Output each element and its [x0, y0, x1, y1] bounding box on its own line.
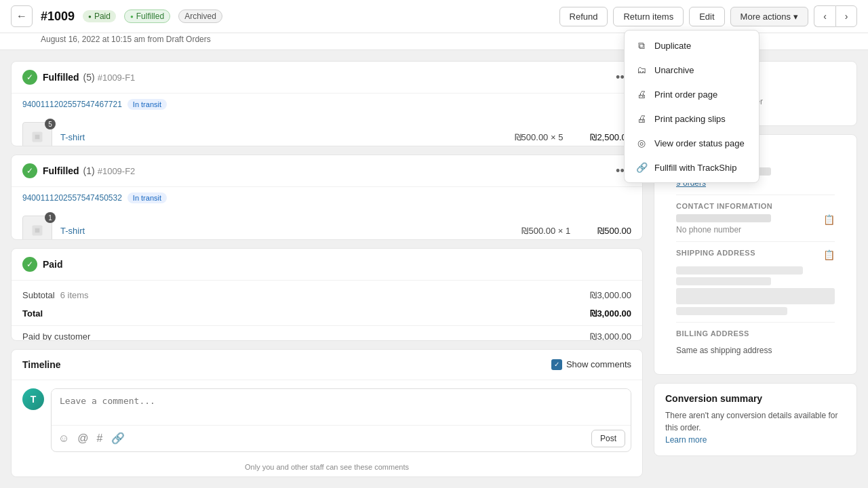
nav-prev-button[interactable]: ‹ — [814, 5, 835, 27]
total-row: Total ₪3,000.00 — [12, 304, 642, 323]
fulfilled-2-tracking-link[interactable]: 9400111202557547450532 — [22, 193, 122, 203]
conversion-text: There aren't any conversion details avai… — [665, 409, 846, 446]
fulfilled-1-item-price: ₪500.00 × 5 — [515, 132, 564, 142]
paid-card: ✓ Paid Subtotal 6 items ₪3,000.00 Total … — [11, 248, 643, 341]
paid-header: ✓ Paid — [12, 249, 642, 281]
fulfilled-1-tracking-link[interactable]: 9400111202557547467721 — [22, 100, 122, 109]
fulfilled-card-1: ✓ Fulfilled (5) #1009-F1 ••• 94001112025… — [11, 61, 643, 146]
show-comments-checkbox[interactable]: ✓ — [551, 359, 562, 370]
duplicate-icon: ⧉ — [635, 39, 648, 52]
contact-email-blur — [676, 214, 771, 222]
header-actions: Refund Return items Edit More actions ▾ … — [559, 5, 857, 27]
fulfilled-1-check-icon: ✓ — [22, 70, 37, 85]
fulfilled-1-item-row: 5 T-shirt ₪500.00 × 5 ₪2,500.00 — [12, 115, 642, 146]
emoji-icon[interactable]: ☺ — [57, 431, 71, 446]
trackship-icon: 🔗 — [635, 161, 648, 174]
comment-box: ☺ @ # 🔗 Post — [51, 388, 631, 452]
fulfilled-2-check-icon: ✓ — [22, 163, 37, 178]
fulfilled-1-item-image: 5 — [22, 122, 52, 146]
subtotal-label: Subtotal — [22, 290, 55, 300]
shipping-map-blur — [676, 288, 835, 304]
dropdown-print-order[interactable]: 🖨 Print order page — [625, 82, 759, 106]
unarchive-icon: 🗂 — [635, 64, 648, 76]
user-avatar: T — [22, 388, 44, 410]
conversion-title: Conversion summary — [665, 393, 846, 404]
timeline-title: Timeline — [22, 359, 61, 370]
shipping-line-1 — [676, 266, 803, 274]
shipping-line-2 — [676, 277, 771, 285]
fulfilled-card-2: ✓ Fulfilled (1) #1009-F2 ••• 94001112025… — [11, 155, 643, 240]
subtotal-items: 6 items — [60, 290, 89, 300]
fulfilled-1-title: Fulfilled (5) — [43, 72, 95, 83]
left-column: ✓ Fulfilled (5) #1009-F1 ••• 94001112025… — [11, 61, 643, 477]
fulfilled-1-qty-badge: 5 — [45, 119, 56, 129]
link-icon[interactable]: 🔗 — [110, 430, 126, 446]
chevron-down-icon: ▾ — [793, 12, 798, 22]
print-order-icon: 🖨 — [635, 88, 648, 100]
back-button[interactable]: ← — [11, 5, 33, 27]
show-comments-label: Show comments — [566, 359, 631, 369]
only-you-note: Only you and other staff can see these c… — [12, 460, 642, 476]
fulfilled-2-qty-badge: 1 — [45, 212, 56, 223]
post-button[interactable]: Post — [591, 430, 625, 447]
mention-icon[interactable]: @ — [76, 431, 90, 446]
subtotal-row: Subtotal 6 items ₪3,000.00 — [12, 286, 642, 304]
hashtag-icon[interactable]: # — [96, 431, 104, 446]
conversion-card: Conversion summary There aren't any conv… — [654, 383, 857, 456]
total-label: Total — [22, 308, 43, 319]
fulfilled-1-id: #1009-F1 — [98, 73, 136, 83]
show-comments-toggle[interactable]: ✓ Show comments — [551, 359, 631, 370]
fulfilled-2-title: Fulfilled (1) — [43, 165, 95, 176]
fulfilled-2-item-name[interactable]: T-shirt — [60, 226, 513, 236]
subtotal-value: ₪3,000.00 — [590, 290, 631, 300]
copy-shipping-button[interactable]: 📋 — [823, 249, 835, 260]
fulfilled-2-id: #1009-F2 — [98, 166, 136, 176]
fulfilled-2-item-total: ₪500.00 — [597, 226, 631, 236]
dropdown-trackship[interactable]: 🔗 Fullfill with TrackShip — [625, 155, 759, 180]
edit-button[interactable]: Edit — [689, 7, 724, 26]
fulfilled-2-status-badge: In transit — [127, 192, 167, 203]
dropdown-unarchive[interactable]: 🗂 Unarchive — [625, 58, 759, 82]
fulfilled-1-item-name[interactable]: T-shirt — [60, 132, 507, 142]
dropdown-view-status[interactable]: ◎ View order status page — [625, 131, 759, 155]
comment-area: T ☺ @ # 🔗 Post — [12, 380, 642, 460]
refund-button[interactable]: Refund — [559, 7, 608, 26]
nav-next-button[interactable]: › — [835, 5, 857, 27]
fulfilled-1-status-badge: In transit — [127, 99, 167, 110]
no-phone-text: No phone number — [676, 225, 835, 235]
print-packing-icon: 🖨 — [635, 113, 648, 125]
total-value: ₪3,000.00 — [590, 308, 631, 319]
archived-badge: Archived — [178, 9, 222, 23]
timeline-card: Timeline ✓ Show comments T ☺ @ # — [11, 349, 643, 477]
fulfilled-1-header: ✓ Fulfilled (5) #1009-F1 ••• — [12, 62, 642, 94]
billing-same-as-text: Same as shipping address — [676, 346, 835, 355]
return-items-button[interactable]: Return items — [613, 7, 684, 26]
paid-summary: Subtotal 6 items ₪3,000.00 Total ₪3,000.… — [12, 281, 642, 341]
comment-input[interactable] — [52, 389, 631, 423]
timeline-header: Timeline ✓ Show comments — [12, 350, 642, 380]
paid-title: Paid — [43, 259, 63, 270]
learn-more-link[interactable]: Learn more — [665, 435, 707, 445]
order-id: #1009 — [41, 9, 75, 24]
nav-arrows: ‹ › — [814, 5, 857, 27]
paid-badge: Paid — [83, 10, 116, 22]
view-status-icon: ◎ — [635, 137, 648, 149]
paid-check-icon: ✓ — [22, 257, 37, 272]
more-actions-dropdown: ⧉ Duplicate 🗂 Unarchive 🖨 Print order pa… — [624, 30, 760, 183]
billing-address-label: BILLING ADDRESS — [676, 329, 749, 338]
fulfilled-1-tracking-row: 9400111202557547467721 In transit — [12, 94, 642, 115]
paid-by-value: ₪3,000.00 — [590, 331, 631, 341]
comment-toolbar: ☺ @ # 🔗 Post — [52, 425, 631, 451]
fulfilled-2-item-row: 1 T-shirt ₪500.00 × 1 ₪500.00 — [12, 209, 642, 240]
fulfilled-2-tracking-row: 9400111202557547450532 In transit — [12, 187, 642, 209]
dropdown-print-packing[interactable]: 🖨 Print packing slips — [625, 106, 759, 131]
contact-info-label: CONTACT INFORMATION — [676, 202, 835, 210]
more-actions-button[interactable]: More actions ▾ — [730, 7, 808, 26]
header: ← #1009 Paid Fulfilled Archived Refund R… — [0, 0, 868, 33]
paid-by-row: Paid by customer ₪3,000.00 — [12, 325, 642, 341]
paid-by-label: Paid by customer — [22, 331, 90, 341]
fulfilled-badge: Fulfilled — [124, 9, 170, 23]
fulfilled-2-item-price: ₪500.00 × 1 — [521, 226, 570, 236]
dropdown-duplicate[interactable]: ⧉ Duplicate — [625, 33, 759, 58]
copy-contact-button[interactable]: 📋 — [823, 214, 835, 225]
